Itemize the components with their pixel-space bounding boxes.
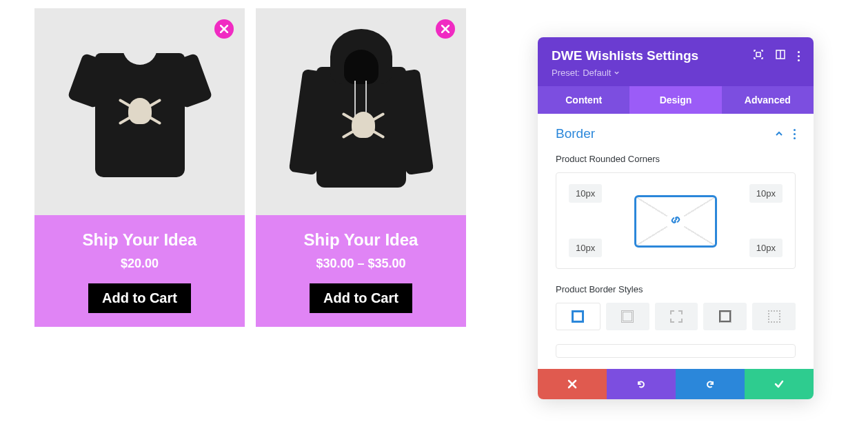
corners-preview[interactable] [634, 195, 717, 248]
corner-bottom-right-input[interactable]: 10px [749, 239, 783, 257]
corner-top-left-input[interactable]: 10px [569, 184, 602, 203]
add-to-cart-button[interactable]: Add to Cart [88, 283, 191, 313]
corner-top-right-input[interactable]: 10px [749, 184, 783, 203]
tab-design[interactable]: Design [629, 86, 721, 114]
border-style-dashed[interactable] [655, 303, 698, 330]
corner-bottom-left-input[interactable]: 10px [569, 239, 602, 257]
hoodie-graphic [292, 29, 430, 194]
section-title: Border [556, 126, 595, 141]
border-style-groove[interactable] [703, 303, 747, 330]
svg-rect-0 [756, 52, 760, 57]
preset-label: Preset: [552, 68, 580, 78]
chevron-down-icon [614, 70, 620, 76]
border-styles-group [556, 303, 796, 330]
section-header[interactable]: Border [556, 126, 796, 141]
product-meta: Ship Your Idea $30.00 – $35.00 Add to Ca… [256, 215, 466, 327]
expand-icon[interactable] [754, 50, 763, 62]
product-price: $30.00 – $35.00 [264, 257, 458, 271]
panel-footer [538, 369, 814, 399]
check-icon [774, 379, 785, 390]
kebab-menu-icon[interactable] [798, 51, 800, 61]
tab-advanced[interactable]: Advanced [722, 86, 814, 114]
save-button[interactable] [745, 369, 814, 399]
panel-title: DWE Wishlists Settings [552, 48, 698, 63]
close-icon [220, 25, 228, 33]
field-label-border-styles: Product Border Styles [556, 284, 796, 294]
border-style-dotted[interactable] [752, 303, 796, 330]
panel-header: DWE Wishlists Settings Preset: Default [538, 37, 814, 86]
remove-product-button[interactable] [214, 19, 234, 39]
close-icon [567, 379, 578, 390]
redo-icon [705, 379, 716, 390]
kebab-menu-icon[interactable] [794, 129, 796, 139]
product-image [34, 8, 245, 215]
cancel-button[interactable] [538, 369, 607, 399]
preset-selector[interactable]: Preset: Default [552, 68, 800, 78]
settings-panel: DWE Wishlists Settings Preset: Default C… [538, 37, 814, 399]
product-meta: Ship Your Idea $20.00 Add to Cart [34, 215, 245, 327]
remove-product-button[interactable] [436, 19, 455, 39]
border-style-double[interactable] [606, 303, 649, 330]
rounded-corners-control: 10px 10px 10px 10px [556, 172, 796, 269]
link-icon [666, 210, 685, 232]
product-price: $20.00 [43, 257, 236, 271]
field-label-rounded: Product Rounded Corners [556, 154, 796, 164]
chevron-up-icon[interactable] [774, 129, 784, 139]
tabs: Content Design Advanced [538, 86, 814, 114]
preset-value: Default [583, 68, 611, 78]
product-title: Ship Your Idea [43, 230, 236, 250]
redo-button[interactable] [676, 369, 745, 399]
product-card: Ship Your Idea $30.00 – $35.00 Add to Ca… [256, 8, 466, 327]
border-settings-box [556, 344, 796, 358]
tshirt-graphic [74, 32, 205, 191]
tab-content[interactable]: Content [538, 86, 629, 114]
close-icon [441, 25, 450, 33]
product-title: Ship Your Idea [264, 230, 458, 250]
undo-button[interactable] [607, 369, 676, 399]
border-style-solid[interactable] [556, 303, 600, 330]
product-card: Ship Your Idea $20.00 Add to Cart [34, 8, 245, 327]
add-to-cart-button[interactable]: Add to Cart [310, 283, 412, 313]
product-image [256, 8, 466, 215]
layout-icon[interactable] [776, 50, 785, 62]
undo-icon [636, 379, 647, 390]
